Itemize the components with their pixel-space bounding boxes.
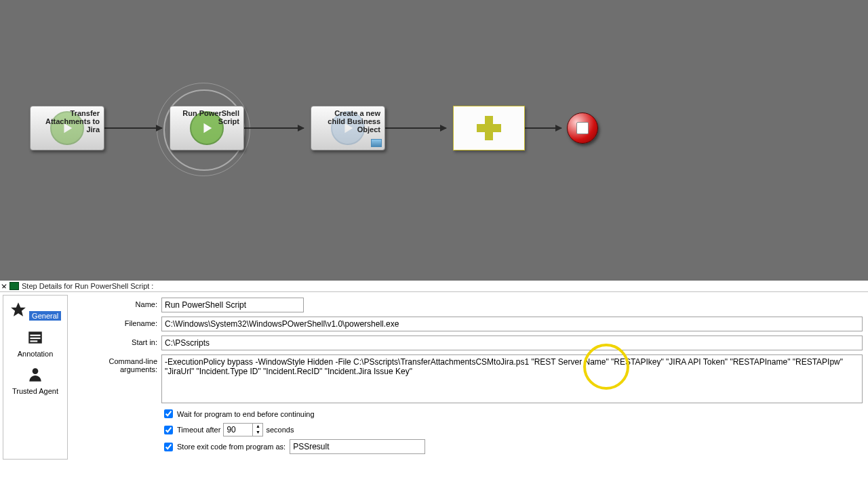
store-field[interactable] (290, 439, 425, 454)
startin-field[interactable] (161, 336, 863, 350)
svg-rect-7 (30, 340, 37, 342)
filename-label: Filename: (76, 317, 161, 327)
workflow-node-label: Create a new child Business Object (315, 109, 380, 134)
wait-checkbox[interactable] (164, 409, 173, 418)
sidebar-item-annotation[interactable]: Annotation (3, 329, 67, 358)
timeout-value[interactable] (224, 424, 252, 435)
workflow-node-create-bo[interactable]: Create a new child Business Object (311, 106, 385, 150)
workflow-node-transfer[interactable]: Transfer Attachments to Jira (30, 106, 104, 150)
edge (385, 127, 446, 129)
edge (244, 127, 304, 129)
sidebar-item-label: Trusted Agent (3, 387, 67, 395)
timeout-label: Timeout after (177, 426, 220, 434)
sidebar-item-label: General (29, 311, 61, 321)
workflow-node-stop[interactable] (567, 113, 598, 144)
edge (525, 127, 561, 129)
edge (104, 127, 162, 129)
workflow-node-add[interactable] (453, 106, 525, 150)
args-field[interactable] (161, 354, 863, 403)
workflow-node-run-powershell[interactable]: Run PowerShell Script (170, 106, 244, 150)
panel-form: Name: Filename: Start in: Command-line a… (71, 292, 868, 462)
timeout-checkbox[interactable] (164, 426, 173, 434)
svg-rect-6 (30, 338, 40, 339)
sidebar-item-label: Annotation (3, 350, 67, 358)
pin-icon[interactable] (0, 282, 7, 289)
filename-field[interactable] (161, 317, 863, 331)
name-label: Name: (76, 298, 161, 308)
spin-up[interactable]: ▲ (253, 424, 262, 430)
svg-rect-5 (30, 335, 40, 336)
workflow-canvas[interactable]: Transfer Attachments to Jira Run PowerSh… (0, 0, 868, 281)
workflow-node-label: Transfer Attachments to Jira (35, 109, 100, 134)
timeout-suffix: seconds (266, 426, 294, 434)
annotation-icon (26, 329, 44, 346)
store-checkbox[interactable] (164, 443, 173, 451)
args-label: Command-line arguments: (76, 354, 161, 373)
wait-label: Wait for program to end before continuin… (177, 410, 315, 418)
sidebar-item-general[interactable]: General (3, 301, 67, 321)
sidebar-item-trusted-agent[interactable]: Trusted Agent (3, 366, 67, 395)
workflow-node-label: Run PowerShell Script (174, 109, 239, 125)
panel-header: Step Details for Run PowerShell Script : (0, 281, 868, 292)
svg-marker-3 (11, 302, 26, 317)
spin-down[interactable]: ▼ (253, 430, 262, 436)
agent-icon (26, 366, 44, 384)
startin-label: Start in: (76, 336, 161, 346)
star-icon (9, 301, 27, 319)
name-field[interactable] (161, 298, 304, 312)
svg-point-8 (33, 368, 39, 374)
panel-sidebar: General Annotation Trusted Agent (3, 295, 68, 460)
object-icon (371, 139, 382, 147)
store-label: Store exit code from program as: (177, 443, 285, 451)
panel-title: Step Details for Run PowerShell Script : (22, 282, 153, 290)
step-thumb-icon (9, 282, 19, 290)
step-details-panel: Step Details for Run PowerShell Script :… (0, 281, 868, 462)
